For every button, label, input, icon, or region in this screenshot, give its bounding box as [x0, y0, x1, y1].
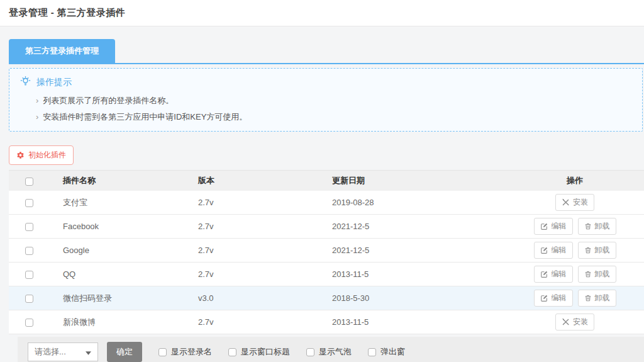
tab-bar: 第三方登录插件管理 — [9, 39, 644, 64]
edit-icon — [540, 270, 548, 278]
edit-button[interactable]: 编辑 — [534, 290, 573, 307]
action-cell: 编辑 卸载 — [506, 290, 644, 307]
tips-item: 安装插件时需到各第三方应用中申请ID和KEY方可使用。 — [19, 112, 632, 122]
bulk-action-bar: 请选择... 确定 显示登录名 显示窗口标题 显示气泡 弹出窗 — [18, 337, 644, 362]
edit-button[interactable]: 编辑 — [534, 266, 573, 283]
show-bubble-checkbox[interactable] — [306, 348, 314, 356]
trash-icon — [584, 222, 592, 230]
plugin-date: 2019-08-28 — [332, 198, 506, 207]
row-checkbox[interactable] — [25, 271, 33, 279]
plugin-table-body: 支付宝 2.7v 2019-08-28 安装 Facebook 2.7v 202… — [9, 191, 644, 334]
confirm-button[interactable]: 确定 — [107, 342, 142, 362]
edit-icon — [540, 246, 548, 254]
row-checkbox[interactable] — [25, 223, 33, 231]
plugin-version: 2.7v — [198, 246, 332, 255]
install-button[interactable]: 安装 — [555, 194, 594, 211]
init-plugins-button[interactable]: 初始化插件 — [9, 145, 74, 165]
uninstall-label: 卸载 — [595, 221, 610, 232]
uninstall-button[interactable]: 卸载 — [578, 218, 616, 235]
action-cell: 编辑 卸载 — [506, 266, 644, 283]
show-login-name-label: 显示登录名 — [171, 346, 212, 358]
plugin-version: 2.7v — [198, 222, 332, 231]
show-window-title-checkbox[interactable] — [228, 348, 236, 356]
show-login-name-option[interactable]: 显示登录名 — [158, 346, 212, 358]
gear-icon — [16, 151, 25, 159]
install-label: 安装 — [573, 317, 588, 327]
select-all-checkbox[interactable] — [25, 178, 33, 186]
column-header-version: 版本 — [198, 175, 332, 186]
table-row: 微信扫码登录 v3.0 2018-5-30 编辑 — [9, 286, 644, 310]
trash-icon — [584, 246, 592, 254]
row-checkbox[interactable] — [25, 247, 33, 255]
plugin-date: 2013-11-5 — [332, 269, 506, 279]
plugin-table-header: 插件名称 版本 更新日期 操作 — [9, 170, 644, 191]
bulk-action-select[interactable]: 请选择... — [28, 342, 98, 361]
show-bubble-option[interactable]: 显示气泡 — [306, 346, 352, 358]
row-checkbox[interactable] — [25, 295, 33, 303]
uninstall-label: 卸载 — [595, 245, 610, 256]
edit-icon — [540, 294, 548, 302]
plugin-version: 2.7v — [198, 317, 332, 327]
plugin-name: Facebook — [63, 222, 198, 231]
trash-icon — [584, 294, 592, 302]
plugin-date: 2021-12-5 — [332, 222, 506, 231]
tips-header: 操作提示 — [19, 76, 632, 89]
edit-button[interactable]: 编辑 — [534, 218, 573, 235]
row-checkbox[interactable] — [25, 199, 33, 207]
uninstall-button[interactable]: 卸载 — [578, 242, 616, 259]
action-cell: 编辑 卸载 — [506, 218, 644, 235]
uninstall-label: 卸载 — [595, 293, 610, 303]
content-area: 第三方登录插件管理 操作提示 列表页展示了所有的登录插件名称。 安装插件时需到各… — [0, 26, 644, 362]
plugin-name: 新浪微博 — [63, 317, 198, 328]
column-header-name: 插件名称 — [63, 175, 198, 186]
trash-icon — [584, 270, 592, 278]
popup-window-label: 弹出窗 — [380, 346, 405, 358]
plugin-name: 微信扫码登录 — [63, 293, 198, 304]
install-button[interactable]: 安装 — [555, 314, 594, 331]
show-login-name-checkbox[interactable] — [158, 348, 167, 356]
edit-icon — [540, 222, 548, 230]
plugin-name: 支付宝 — [63, 197, 198, 208]
tips-list: 列表页展示了所有的登录插件名称。 安装插件时需到各第三方应用中申请ID和KEY方… — [19, 96, 632, 122]
uninstall-button[interactable]: 卸载 — [578, 290, 616, 307]
tools-icon — [562, 198, 570, 206]
tips-title: 操作提示 — [36, 77, 72, 88]
popup-window-checkbox[interactable] — [368, 348, 376, 356]
show-window-title-option[interactable]: 显示窗口标题 — [228, 346, 290, 358]
show-window-title-label: 显示窗口标题 — [241, 346, 290, 358]
tips-panel: 操作提示 列表页展示了所有的登录插件名称。 安装插件时需到各第三方应用中申请ID… — [9, 68, 643, 132]
plugin-date: 2013-11-5 — [332, 317, 506, 327]
page-title: 登录管理 - 第三方登录插件 — [9, 7, 125, 19]
init-plugins-label: 初始化插件 — [28, 150, 66, 161]
plugin-table: 插件名称 版本 更新日期 操作 支付宝 2.7v 2019-08-28 安装 — [9, 170, 644, 334]
bulk-action-select-value: 请选择... — [35, 346, 66, 358]
table-row: 新浪微博 2.7v 2013-11-5 安装 — [9, 310, 644, 334]
plugin-date: 2018-5-30 — [332, 293, 506, 303]
plugin-version: 2.7v — [198, 198, 332, 207]
plugin-version: 2.7v — [198, 269, 332, 279]
action-cell: 安装 — [506, 314, 644, 331]
table-row: Google 2.7v 2021-12-5 编辑 — [9, 239, 644, 263]
plugin-date: 2021-12-5 — [332, 246, 506, 255]
action-cell: 安装 — [506, 194, 644, 211]
table-row: Facebook 2.7v 2021-12-5 编辑 — [9, 215, 644, 239]
tips-item: 列表页展示了所有的登录插件名称。 — [19, 96, 632, 106]
edit-label: 编辑 — [552, 269, 567, 280]
edit-button[interactable]: 编辑 — [534, 242, 573, 259]
tools-icon — [562, 318, 570, 326]
lightbulb-icon — [19, 76, 31, 89]
show-bubble-label: 显示气泡 — [319, 346, 352, 358]
chevron-down-icon — [86, 348, 91, 357]
action-cell: 编辑 卸载 — [506, 242, 644, 259]
uninstall-label: 卸载 — [595, 269, 610, 280]
plugin-name: Google — [63, 246, 198, 255]
tab-third-party-plugin-management[interactable]: 第三方登录插件管理 — [9, 39, 115, 63]
row-checkbox[interactable] — [25, 319, 33, 327]
popup-window-option[interactable]: 弹出窗 — [368, 346, 405, 358]
uninstall-button[interactable]: 卸载 — [578, 266, 616, 283]
edit-label: 编辑 — [552, 293, 567, 303]
table-row: 支付宝 2.7v 2019-08-28 安装 — [9, 191, 644, 215]
column-header-date: 更新日期 — [332, 175, 506, 186]
plugin-name: QQ — [63, 269, 198, 279]
edit-label: 编辑 — [552, 245, 567, 256]
